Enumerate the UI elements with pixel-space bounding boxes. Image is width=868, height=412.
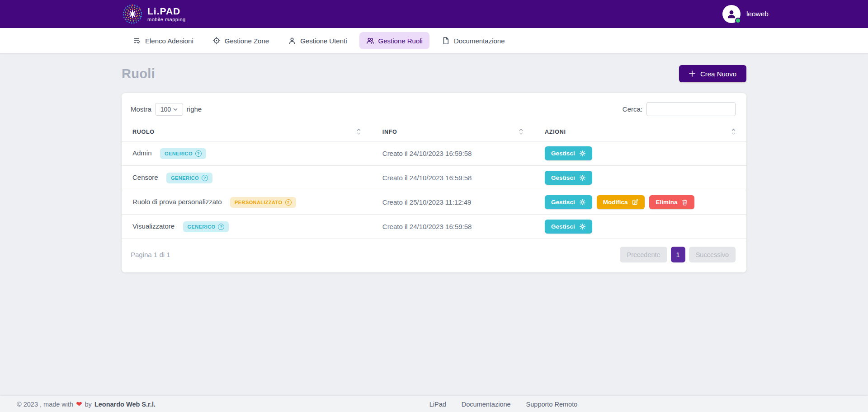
nav-label: Gestione Utenti <box>300 37 347 45</box>
role-name: Admin <box>132 149 152 157</box>
row-info: Creato il 24/10/2023 16:59:58 <box>372 166 534 190</box>
user-menu[interactable]: leoweb <box>722 5 769 23</box>
row-actions: Gestisci <box>534 166 746 190</box>
column-label: AZIONI <box>545 129 566 135</box>
gear-icon <box>579 199 586 206</box>
help-icon: ? <box>195 150 202 157</box>
action-label: Gestisci <box>551 199 575 206</box>
logo-title: Li.PAD <box>147 6 186 16</box>
action-label: Gestisci <box>551 174 575 181</box>
plus-icon <box>689 70 695 77</box>
nav-item-documentazione[interactable]: Documentazione <box>435 32 512 49</box>
gestisci-button[interactable]: Gestisci <box>545 146 592 160</box>
footer-link-supporto-remoto[interactable]: Supporto Remoto <box>526 401 578 408</box>
current-page-button[interactable]: 1 <box>671 247 685 262</box>
row-info: Creato il 24/10/2023 16:59:58 <box>372 215 534 239</box>
nav-item-gestione-utenti[interactable]: Gestione Utenti <box>281 32 354 49</box>
role-badge-label: GENERICO <box>188 224 216 229</box>
nav-item-gestione-ruoli[interactable]: Gestione Ruoli <box>359 32 429 49</box>
sort-icon[interactable] <box>519 128 523 135</box>
search-label: Cerca: <box>623 105 642 113</box>
edit-icon <box>632 199 638 206</box>
modifica-button[interactable]: Modifica <box>597 195 645 209</box>
role-badge[interactable]: GENERICO ? <box>166 173 212 183</box>
copyright-text: © 2023 , made with <box>17 401 73 408</box>
copyright: © 2023 , made with ❤ by Leonardo Web S.r… <box>17 400 156 408</box>
next-page-button[interactable]: Successivo <box>689 247 736 262</box>
role-badge-label: GENERICO <box>165 151 193 156</box>
role-badge[interactable]: GENERICO ? <box>160 148 206 159</box>
page-size-control: Mostra 100 righe <box>131 103 202 116</box>
app-footer: © 2023 , made with ❤ by Leonardo Web S.r… <box>0 396 868 412</box>
main-content: Ruoli Crea Nuovo Mostra 100 righe Cerca: <box>122 65 746 272</box>
role-badge[interactable]: GENERICO ? <box>183 221 229 232</box>
target-icon <box>212 37 221 45</box>
action-label: Gestisci <box>551 150 575 157</box>
roles-card: Mostra 100 righe Cerca: <box>122 93 746 272</box>
app-logo: Li.PAD mobile mapping <box>122 4 186 24</box>
online-status-dot <box>735 18 741 23</box>
page-size-value: 100 <box>160 106 171 113</box>
show-label: Mostra <box>131 105 151 113</box>
row-info: Creato il 25/10/2023 11:12:49 <box>372 190 534 215</box>
nav-label: Documentazione <box>454 37 505 45</box>
company-name: Leonardo Web S.r.l. <box>94 401 156 408</box>
sort-icon[interactable] <box>357 128 361 135</box>
logo-text: Li.PAD mobile mapping <box>147 6 186 22</box>
row-actions: Gestisci <box>534 141 746 166</box>
copyright-by: by <box>85 401 92 408</box>
column-header-azioni[interactable]: AZIONI <box>534 122 746 141</box>
footer-links: LiPad Documentazione Supporto Remoto <box>156 401 851 408</box>
column-label: RUOLO <box>132 129 155 135</box>
row-info: Creato il 24/10/2023 16:59:58 <box>372 141 534 166</box>
footer-link-documentazione[interactable]: Documentazione <box>462 401 511 408</box>
document-icon <box>442 37 450 45</box>
action-label: Gestisci <box>551 223 575 230</box>
heart-icon: ❤ <box>76 400 82 408</box>
users-icon <box>366 37 374 45</box>
avatar <box>722 5 741 23</box>
elimina-button[interactable]: Elimina <box>649 195 694 209</box>
table-row: Ruolo di prova personalizzato PERSONALIZ… <box>122 190 746 215</box>
gestisci-button[interactable]: Gestisci <box>545 195 592 209</box>
main-nav: Elenco Adesioni Gestione Zone Gestione U… <box>0 28 868 53</box>
search-input[interactable] <box>646 102 736 116</box>
table-row: Censore GENERICO ? Creato il 24/10/2023 … <box>122 166 746 190</box>
logo-subtitle: mobile mapping <box>147 17 186 22</box>
help-icon: ? <box>218 224 224 230</box>
nav-label: Elenco Adesioni <box>145 37 193 45</box>
nav-label: Gestione Ruoli <box>378 37 423 45</box>
gestisci-button[interactable]: Gestisci <box>545 171 592 185</box>
row-actions: Gestisci <box>534 215 746 239</box>
role-name: Ruolo di prova personalizzato <box>132 198 222 206</box>
footer-link-lipad[interactable]: LiPad <box>429 401 446 408</box>
user-icon <box>288 37 296 45</box>
action-label: Elimina <box>656 199 677 206</box>
logo-starburst-icon <box>122 4 143 24</box>
crea-nuovo-label: Crea Nuovo <box>700 70 736 78</box>
help-icon: ? <box>202 175 208 181</box>
nav-item-gestione-zone[interactable]: Gestione Zone <box>206 32 276 49</box>
gear-icon <box>579 223 586 230</box>
table-row: Visualizzatore GENERICO ? Creato il 24/1… <box>122 215 746 239</box>
role-badge[interactable]: PERSONALIZZATO ? <box>230 197 296 208</box>
help-icon: ? <box>285 199 292 206</box>
crea-nuovo-button[interactable]: Crea Nuovo <box>679 65 746 82</box>
table-body: Admin GENERICO ? Creato il 24/10/2023 16… <box>122 141 746 239</box>
gear-icon <box>579 174 586 181</box>
column-header-info[interactable]: INFO <box>372 122 534 141</box>
pagination: Pagina 1 di 1 Precedente 1 Successivo <box>122 239 746 267</box>
nav-label: Gestione Zone <box>225 37 269 45</box>
sort-icon[interactable] <box>731 128 736 135</box>
page-title: Ruoli <box>122 66 155 81</box>
pagination-info: Pagina 1 di 1 <box>131 251 170 258</box>
table-row: Admin GENERICO ? Creato il 24/10/2023 16… <box>122 141 746 166</box>
column-label: INFO <box>382 129 397 135</box>
page-size-select[interactable]: 100 <box>155 103 183 116</box>
roles-table: RUOLO INFO <box>122 122 746 239</box>
column-header-ruolo[interactable]: RUOLO <box>122 122 372 141</box>
previous-page-button[interactable]: Precedente <box>620 247 667 262</box>
gear-icon <box>579 150 586 157</box>
gestisci-button[interactable]: Gestisci <box>545 220 592 234</box>
nav-item-elenco-adesioni[interactable]: Elenco Adesioni <box>126 32 200 49</box>
